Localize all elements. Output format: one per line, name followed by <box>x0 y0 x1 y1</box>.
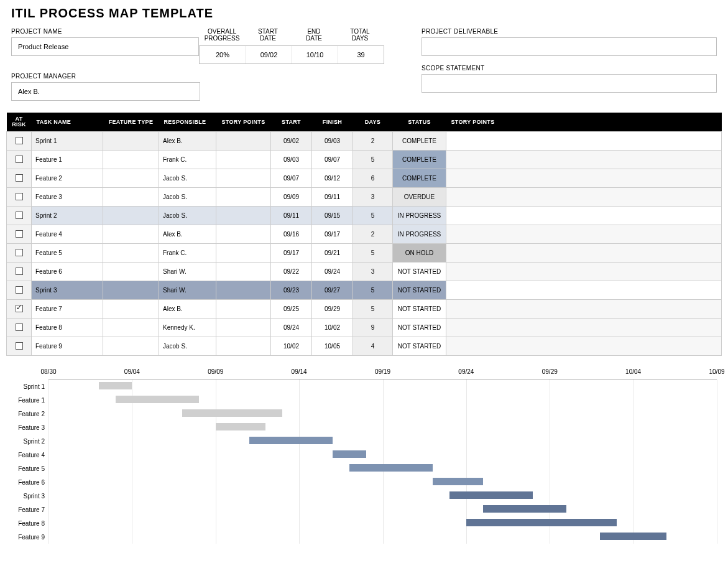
responsible-cell[interactable]: Alex B. <box>159 132 216 151</box>
feature-type-cell[interactable] <box>103 207 159 225</box>
at-risk-cell[interactable] <box>7 225 32 244</box>
at-risk-cell[interactable] <box>7 263 32 281</box>
story-points-cell[interactable] <box>216 188 271 207</box>
start-cell[interactable]: 09/22 <box>271 263 312 281</box>
feature-type-cell[interactable] <box>103 300 159 319</box>
task-name-cell[interactable]: Sprint 1 <box>32 132 103 151</box>
at-risk-cell[interactable] <box>7 281 32 300</box>
feature-type-cell[interactable] <box>103 319 159 337</box>
story-points-2-cell[interactable] <box>446 319 722 337</box>
story-points-cell[interactable] <box>216 281 271 300</box>
finish-cell[interactable]: 09/15 <box>312 207 353 225</box>
feature-type-cell[interactable] <box>103 225 159 244</box>
at-risk-cell[interactable] <box>7 337 32 356</box>
feature-type-cell[interactable] <box>103 188 159 207</box>
story-points-cell[interactable] <box>216 263 271 281</box>
feature-type-cell[interactable] <box>103 169 159 188</box>
feature-type-cell[interactable] <box>103 337 159 356</box>
start-cell[interactable]: 09/02 <box>271 132 312 151</box>
feature-type-cell[interactable] <box>103 244 159 263</box>
story-points-2-cell[interactable] <box>446 263 722 281</box>
project-deliverable-input[interactable] <box>422 37 717 56</box>
responsible-cell[interactable]: Kennedy K. <box>159 319 216 337</box>
feature-type-cell[interactable] <box>103 151 159 169</box>
task-name-cell[interactable]: Feature 7 <box>32 300 103 319</box>
scope-statement-input[interactable] <box>422 74 717 93</box>
story-points-cell[interactable] <box>216 169 271 188</box>
status-cell[interactable]: COMPLETE <box>393 169 446 188</box>
story-points-2-cell[interactable] <box>446 281 722 300</box>
start-cell[interactable]: 10/02 <box>271 337 312 356</box>
start-cell[interactable]: 09/24 <box>271 319 312 337</box>
story-points-2-cell[interactable] <box>446 169 722 188</box>
story-points-cell[interactable] <box>216 151 271 169</box>
start-cell[interactable]: 09/17 <box>271 244 312 263</box>
finish-cell[interactable]: 09/03 <box>312 132 353 151</box>
task-name-cell[interactable]: Feature 5 <box>32 244 103 263</box>
story-points-cell[interactable] <box>216 337 271 356</box>
at-risk-cell[interactable] <box>7 132 32 151</box>
story-points-2-cell[interactable] <box>446 300 722 319</box>
finish-cell[interactable]: 09/27 <box>312 281 353 300</box>
status-cell[interactable]: ON HOLD <box>393 244 446 263</box>
task-name-cell[interactable]: Feature 2 <box>32 169 103 188</box>
status-cell[interactable]: OVERDUE <box>393 188 446 207</box>
at-risk-cell[interactable] <box>7 151 32 169</box>
task-name-cell[interactable]: Sprint 2 <box>32 207 103 225</box>
status-cell[interactable]: COMPLETE <box>393 151 446 169</box>
story-points-2-cell[interactable] <box>446 225 722 244</box>
feature-type-cell[interactable] <box>103 132 159 151</box>
finish-cell[interactable]: 09/24 <box>312 263 353 281</box>
start-cell[interactable]: 09/09 <box>271 188 312 207</box>
start-cell[interactable]: 09/11 <box>271 207 312 225</box>
at-risk-cell[interactable] <box>7 188 32 207</box>
story-points-2-cell[interactable] <box>446 207 722 225</box>
finish-cell[interactable]: 09/17 <box>312 225 353 244</box>
story-points-cell[interactable] <box>216 319 271 337</box>
status-cell[interactable]: NOT STARTED <box>393 300 446 319</box>
task-name-cell[interactable]: Feature 9 <box>32 337 103 356</box>
at-risk-cell[interactable] <box>7 300 32 319</box>
task-name-cell[interactable]: Feature 3 <box>32 188 103 207</box>
story-points-cell[interactable] <box>216 244 271 263</box>
responsible-cell[interactable]: Jacob S. <box>159 188 216 207</box>
task-name-cell[interactable]: Feature 8 <box>32 319 103 337</box>
status-cell[interactable]: NOT STARTED <box>393 337 446 356</box>
responsible-cell[interactable]: Alex B. <box>159 300 216 319</box>
story-points-cell[interactable] <box>216 300 271 319</box>
finish-cell[interactable]: 09/29 <box>312 300 353 319</box>
project-manager-input[interactable]: Alex B. <box>11 82 200 101</box>
at-risk-cell[interactable] <box>7 244 32 263</box>
start-cell[interactable]: 09/25 <box>271 300 312 319</box>
status-cell[interactable]: NOT STARTED <box>393 281 446 300</box>
responsible-cell[interactable]: Frank C. <box>159 151 216 169</box>
task-name-cell[interactable]: Sprint 3 <box>32 281 103 300</box>
at-risk-cell[interactable] <box>7 207 32 225</box>
story-points-cell[interactable] <box>216 207 271 225</box>
status-cell[interactable]: NOT STARTED <box>393 263 446 281</box>
responsible-cell[interactable]: Shari W. <box>159 263 216 281</box>
story-points-2-cell[interactable] <box>446 244 722 263</box>
responsible-cell[interactable]: Jacob S. <box>159 207 216 225</box>
feature-type-cell[interactable] <box>103 281 159 300</box>
status-cell[interactable]: IN PROGRESS <box>393 207 446 225</box>
finish-cell[interactable]: 09/12 <box>312 169 353 188</box>
at-risk-cell[interactable] <box>7 169 32 188</box>
feature-type-cell[interactable] <box>103 263 159 281</box>
story-points-cell[interactable] <box>216 225 271 244</box>
status-cell[interactable]: NOT STARTED <box>393 319 446 337</box>
responsible-cell[interactable]: Frank C. <box>159 244 216 263</box>
responsible-cell[interactable]: Jacob S. <box>159 337 216 356</box>
start-cell[interactable]: 09/03 <box>271 151 312 169</box>
finish-cell[interactable]: 09/21 <box>312 244 353 263</box>
story-points-cell[interactable] <box>216 132 271 151</box>
status-cell[interactable]: COMPLETE <box>393 132 446 151</box>
task-name-cell[interactable]: Feature 6 <box>32 263 103 281</box>
story-points-2-cell[interactable] <box>446 151 722 169</box>
story-points-2-cell[interactable] <box>446 132 722 151</box>
story-points-2-cell[interactable] <box>446 337 722 356</box>
status-cell[interactable]: IN PROGRESS <box>393 225 446 244</box>
finish-cell[interactable]: 09/11 <box>312 188 353 207</box>
responsible-cell[interactable]: Jacob S. <box>159 169 216 188</box>
responsible-cell[interactable]: Alex B. <box>159 225 216 244</box>
